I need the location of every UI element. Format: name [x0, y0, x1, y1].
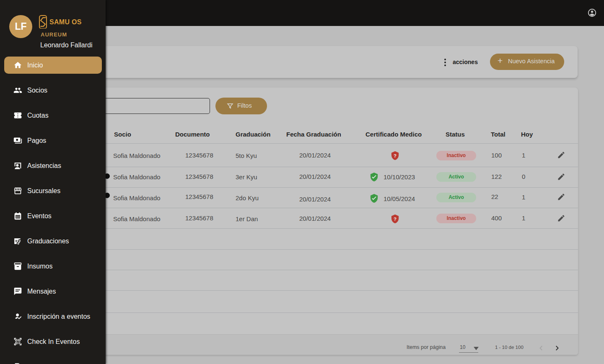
svg-text:?: ? [394, 153, 397, 158]
svg-text:?: ? [394, 217, 397, 222]
